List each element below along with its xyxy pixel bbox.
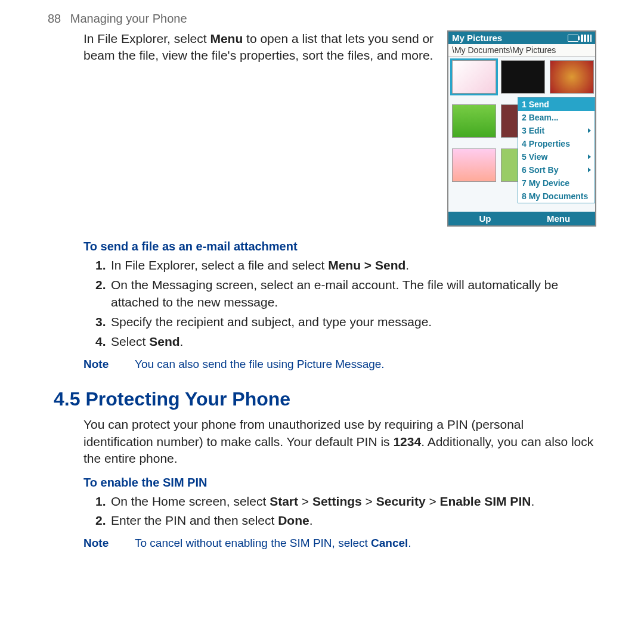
thumbnail [501,104,519,138]
thumbnail [452,60,496,94]
step-1: 1. On the Home screen, select Start > Se… [95,493,596,510]
step-2: 2. On the Messaging screen, select an e-… [95,277,596,311]
softkey-bar: Up Menu [448,212,595,225]
step-3: 3. Specify the recipient and subject, an… [95,314,596,331]
subheading-enable-sim-pin: To enable the SIM PIN [83,476,596,490]
thumbnail [501,148,519,182]
steps-send-attachment: 1. In File Explorer, select a file and s… [95,257,596,351]
context-menu: 1 Send 2 Beam... 3 Edit 4 Properties 5 V… [518,97,595,203]
steps-enable-sim-pin: 1. On the Home screen, select Start > Se… [95,493,596,530]
note-picture-message: Note You can also send the file using Pi… [83,357,596,372]
menu-item-edit[interactable]: 3 Edit [518,124,595,137]
signal-icon [581,35,592,42]
menu-item-sort-by[interactable]: 6 Sort By [518,163,595,177]
menu-item-view[interactable]: 5 View [518,150,595,163]
menu-item-send[interactable]: 1 Send [518,98,595,111]
page-number: 88 [48,12,61,25]
menu-item-properties[interactable]: 4 Properties [518,137,595,150]
battery-icon [568,35,578,42]
thumbnail [501,60,545,94]
subheading-send-attachment: To send a file as an e-mail attachment [83,240,596,253]
step-4: 4. Select Send. [95,333,596,351]
chevron-right-icon [588,128,591,133]
menu-item-my-device[interactable]: 7 My Device [518,177,595,190]
menu-item-beam[interactable]: 2 Beam... [518,111,595,124]
thumbnail [452,104,496,138]
thumbnail [550,60,594,94]
phone-screenshot: My Pictures \My Documents\My Pictures 1 … [447,30,596,227]
softkey-menu[interactable]: Menu [522,212,595,225]
softkey-up[interactable]: Up [448,212,522,225]
status-icons [568,35,592,42]
note-cancel-sim-pin: Note To cancel without enabling the SIM … [83,535,596,551]
running-header: 88 Managing your Phone [48,12,614,26]
chapter-title: Managing your Phone [70,12,187,25]
protect-paragraph: You can protect your phone from unauthor… [83,416,596,467]
screenshot-body: 1 Send 2 Beam... 3 Edit 4 Properties 5 V… [448,57,595,212]
step-1: 1. In File Explorer, select a file and s… [95,257,596,274]
screenshot-title: My Pictures [452,33,502,43]
screenshot-path: \My Documents\My Pictures [448,44,595,57]
screenshot-titlebar: My Pictures [448,32,595,44]
chevron-right-icon [588,168,591,172]
chevron-right-icon [588,154,591,159]
step-2: 2. Enter the PIN and then select Done. [95,512,596,530]
section-heading-protecting: 4.5 Protecting Your Phone [54,388,614,410]
thumbnail [452,148,496,182]
menu-item-my-documents[interactable]: 8 My Documents [518,190,595,203]
